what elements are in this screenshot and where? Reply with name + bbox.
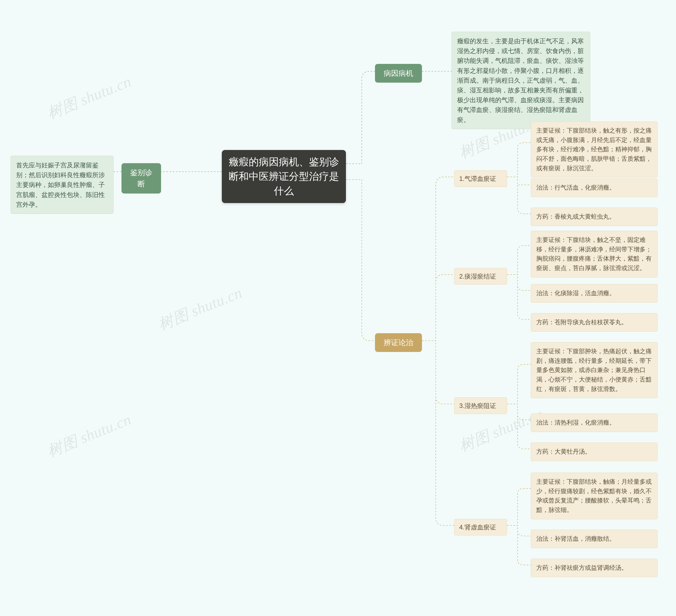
pattern-2-rx: 方药：苍附导痰丸合桂枝茯苓丸。: [531, 313, 658, 332]
pattern-2-method: 治法：化痰除湿，活血消癥。: [531, 284, 658, 302]
pattern-4-rx: 方药：补肾祛瘀方或益肾调经汤。: [531, 559, 658, 577]
watermark: 树图 shutu.cn: [155, 283, 245, 335]
branch-treatment[interactable]: 辨证论治: [375, 333, 422, 352]
pattern-3-name[interactable]: 3.湿热瘀阻证: [454, 397, 507, 414]
pattern-4-symptoms: 主要证候：下腹部结块，触痛；月经量多或少，经行腹痛较剧，经色紫黯有块，婚久不孕或…: [531, 472, 658, 519]
pattern-1-symptoms: 主要证候：下腹部结块，触之有形，按之痛或无痛，小腹胀满，月经先后不定，经血量多有…: [531, 121, 658, 177]
pattern-3-symptoms: 主要证候：下腹部肿块，热痛起伏，触之痛剧，痛连腰骶，经行量多，经期延长，带下量多…: [531, 342, 658, 398]
branch-differential-diagnosis[interactable]: 鉴别诊断: [121, 163, 161, 193]
mindmap-canvas: 树图 shutu.cn 树图 shutu.cn 树图 shutu.cn 树图 s…: [0, 0, 676, 616]
watermark: 树图 shutu.cn: [44, 409, 134, 461]
watermark: 树图 shutu.cn: [44, 71, 134, 124]
pattern-2-symptoms: 主要证候：下腹结块，触之不坚，固定难移，经行量多，淋沥难净，经间带下增多；胸脘痞…: [531, 231, 658, 278]
root-node[interactable]: 癥瘕的病因病机、鉴别诊断和中医辨证分型治疗是什么: [222, 150, 346, 203]
pattern-3-rx: 方药：大黄牡丹汤。: [531, 443, 658, 461]
pattern-2-name[interactable]: 2.痰湿瘀结证: [454, 268, 507, 285]
pattern-1-rx: 方药：香棱丸或大黄蛀虫丸。: [531, 208, 658, 226]
pattern-1-method: 治法：行气活血，化瘀消癥。: [531, 178, 658, 197]
leaf-etiology-text: 癥瘕的发生，主要是由于机体正气不足，风寒湿热之邪内侵，或七情、房室、饮食内伤，脏…: [452, 32, 590, 129]
leaf-differential-diagnosis-text: 首先应与妊娠子宫及尿潴留鉴别；然后识别妇科良性癥瘕所涉主要病种，如卵巢良性肿瘤、…: [11, 156, 114, 214]
pattern-3-method: 治法：清热利湿，化瘀消癥。: [531, 413, 658, 432]
branch-etiology[interactable]: 病因病机: [375, 64, 422, 82]
pattern-4-method: 治法：补肾活血，消癥散结。: [531, 530, 658, 548]
pattern-4-name[interactable]: 4.肾虚血瘀证: [454, 519, 507, 536]
pattern-1-name[interactable]: 1.气滞血瘀证: [454, 170, 507, 187]
